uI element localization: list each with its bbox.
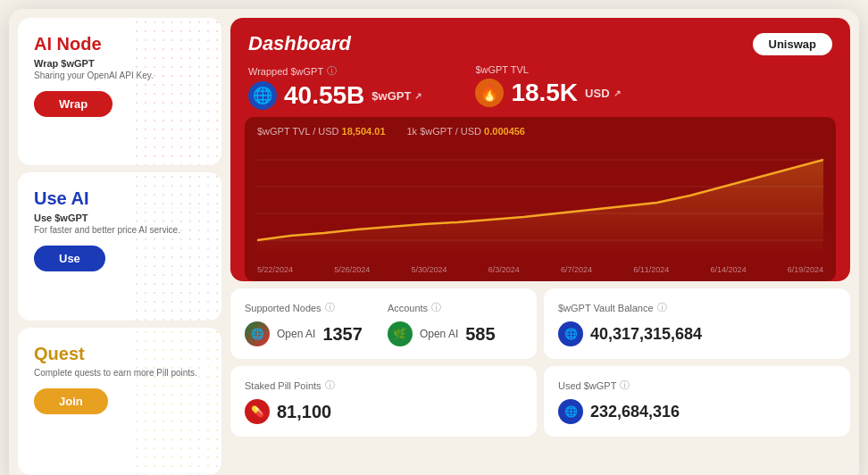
wrapped-value-row: 🌐 40.55B $wGPT ↗ [248, 81, 421, 110]
stat-card-used: Used $wGPT ⓘ 🌐 232,684,316 [544, 366, 850, 437]
fire-icon: 🔥 [475, 79, 504, 107]
wrapped-info-icon: ⓘ [327, 64, 337, 78]
globe-icon: 🌐 [248, 81, 277, 110]
wrap-button[interactable]: Wrap [34, 91, 113, 117]
chart-container: $wGPT TVL / USD 18,504.01 1k $wGPT / USD… [245, 117, 836, 281]
chart-meta: $wGPT TVL / USD 18,504.01 1k $wGPT / USD… [257, 126, 823, 137]
tvl-row: Wrapped $wGPT ⓘ 🌐 40.55B $wGPT ↗ [248, 64, 832, 110]
use-button[interactable]: Use [34, 246, 105, 271]
polka-bg-red [132, 18, 221, 165]
vault-info-icon: ⓘ [657, 301, 667, 314]
accounts-info-icon: ⓘ [431, 301, 441, 314]
stat-card-nodes-accounts: Supported Nodes ⓘ 🌐 Open AI 1357 Account… [230, 288, 537, 359]
wrapped-unit: $wGPT ↗ [371, 89, 421, 103]
used-label: Used $wGPT ⓘ [558, 379, 836, 392]
accounts-section: Accounts ⓘ 🌿 Open AI 585 [388, 301, 496, 346]
staked-icon: 💊 [245, 399, 270, 424]
sidebar-card-ai-node: AI Node Wrap $wGPT Sharing your OpenAI A… [18, 18, 221, 165]
date-label-3: 6/3/2024 [488, 265, 520, 274]
used-info-icon: ⓘ [620, 379, 630, 392]
chart-svg [257, 142, 823, 258]
k-wgpt-meta: 1k $wGPT / USD 0.000456 [407, 126, 526, 137]
accounts-icon: 🌿 [388, 321, 413, 346]
main-content: Dashboard Uniswap Wrapped $wGPT ⓘ 🌐 40.5… [230, 9, 859, 475]
used-value-row: 🌐 232,684,316 [558, 399, 836, 424]
used-icon: 🌐 [558, 399, 583, 424]
wrapped-wgpt-item: Wrapped $wGPT ⓘ 🌐 40.55B $wGPT ↗ [248, 64, 421, 110]
dashboard-header: Dashboard Uniswap [248, 32, 832, 55]
stat-card-vault: $wGPT Vault Balance ⓘ 🌐 40,317,315,684 [544, 288, 850, 359]
date-label-6: 6/14/2024 [711, 265, 747, 274]
external-link-icon-1[interactable]: ↗ [414, 91, 421, 101]
accounts-value: 585 [465, 324, 495, 345]
polka-bg-yellow [132, 328, 221, 475]
wgpt-tvl-label: $wGPT TVL [475, 64, 620, 75]
accounts-value-row: 🌿 Open AI 585 [388, 321, 496, 346]
vault-value: 40,317,315,684 [590, 325, 702, 344]
dashboard-panel: Dashboard Uniswap Wrapped $wGPT ⓘ 🌐 40.5… [230, 18, 850, 281]
nodes-value-row: 🌐 Open AI 1357 [245, 321, 363, 346]
nodes-value: 1357 [322, 324, 363, 345]
supported-nodes-label: Supported Nodes ⓘ [245, 301, 363, 314]
app-container: AI Node Wrap $wGPT Sharing your OpenAI A… [9, 9, 859, 475]
accounts-openai-label: Open AI [420, 328, 458, 340]
uniswap-button[interactable]: Uniswap [753, 33, 832, 55]
date-label-7: 6/19/2024 [788, 265, 823, 274]
date-label-1: 5/26/2024 [334, 265, 370, 274]
vault-value-row: 🌐 40,317,315,684 [558, 321, 836, 346]
used-value: 232,684,316 [590, 403, 680, 421]
vault-label: $wGPT Vault Balance ⓘ [558, 301, 836, 314]
tvl-usd-meta: $wGPT TVL / USD 18,504.01 [257, 126, 386, 137]
join-button[interactable]: Join [34, 388, 108, 414]
wrapped-amount: 40.55B [284, 81, 364, 110]
staked-value-row: 💊 81,100 [245, 399, 522, 424]
tvl-usd-value: 18,504.01 [342, 126, 386, 137]
tvl-value-row: 🔥 18.5K USD ↗ [475, 79, 620, 107]
date-label-2: 5/30/2024 [412, 265, 447, 274]
wgpt-tvl-item: $wGPT TVL 🔥 18.5K USD ↗ [475, 64, 620, 110]
tvl-unit: USD ↗ [585, 87, 620, 100]
sidebar-card-use-ai: Use AI Use $wGPT For faster and better p… [18, 172, 221, 320]
wrapped-wgpt-label: Wrapped $wGPT ⓘ [248, 64, 421, 78]
nodes-openai-label: Open AI [277, 328, 315, 340]
supported-nodes-section: Supported Nodes ⓘ 🌐 Open AI 1357 [245, 301, 363, 346]
stat-card-staked: Staked Pill Points ⓘ 💊 81,100 [230, 366, 537, 437]
chart-dates: 5/22/2024 5/26/2024 5/30/2024 6/3/2024 6… [257, 262, 823, 276]
dashboard-title: Dashboard [248, 32, 351, 55]
staked-label: Staked Pill Points ⓘ [245, 379, 522, 392]
stats-row: Supported Nodes ⓘ 🌐 Open AI 1357 Account… [230, 288, 850, 359]
sidebar-card-quest: Quest Complete quests to earn more Pill … [18, 328, 221, 475]
k-wgpt-value: 0.000456 [484, 126, 525, 137]
date-label-5: 6/11/2024 [633, 265, 669, 274]
tvl-amount: 18.5K [511, 79, 578, 107]
polka-bg-blue [132, 172, 221, 320]
stats-row-2: Staked Pill Points ⓘ 💊 81,100 Used $wGPT… [230, 366, 850, 437]
date-label-0: 5/22/2024 [257, 265, 293, 274]
staked-value: 81,100 [277, 402, 331, 422]
nodes-icon: 🌐 [245, 321, 270, 346]
date-label-4: 6/7/2024 [561, 265, 592, 274]
external-link-icon-2[interactable]: ↗ [613, 88, 621, 98]
staked-info-icon: ⓘ [325, 379, 335, 392]
vault-icon: 🌐 [558, 321, 583, 346]
sidebar: AI Node Wrap $wGPT Sharing your OpenAI A… [9, 9, 230, 475]
nodes-info-icon: ⓘ [325, 301, 335, 314]
accounts-label: Accounts ⓘ [388, 301, 496, 314]
